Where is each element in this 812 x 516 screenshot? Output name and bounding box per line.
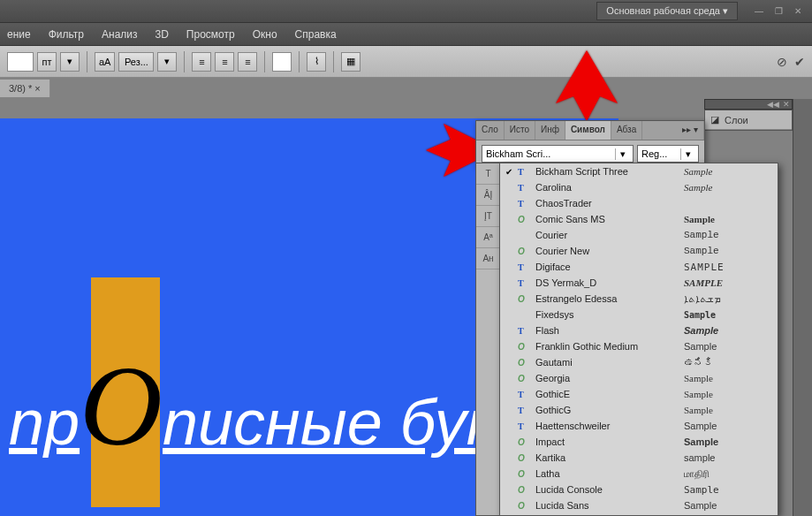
- font-type-icon: O: [518, 437, 532, 447]
- panel-tab[interactable]: Символ: [565, 121, 611, 140]
- layers-icon: ◪: [710, 114, 719, 125]
- font-list-item[interactable]: TCarolinaSample: [500, 179, 778, 195]
- font-list-item[interactable]: OFranklin Gothic MediumSample: [500, 338, 778, 354]
- panel-close-icon[interactable]: ✕: [783, 100, 790, 109]
- font-type-icon: O: [518, 294, 532, 304]
- font-sample: Sample: [684, 246, 772, 256]
- maximize-button[interactable]: ❐: [771, 4, 785, 19]
- panels-toggle-icon[interactable]: ▦: [341, 52, 360, 72]
- character-panel: СлоИстоИнфСимволАбза▸▸ ▾ Bickham Scri...…: [475, 120, 705, 168]
- font-name: Fixedsys: [535, 309, 684, 320]
- minimize-button[interactable]: —: [752, 4, 766, 19]
- chevron-down-icon[interactable]: ▾: [615, 148, 629, 160]
- collapse-left-icon[interactable]: ◀◀: [767, 100, 779, 109]
- commit-icon[interactable]: ✔: [794, 55, 805, 69]
- menu-item[interactable]: 3D: [156, 28, 169, 41]
- font-type-icon: T: [518, 262, 532, 272]
- font-list-dropdown[interactable]: ✔TBickham Script ThreeSampleTCarolinaSam…: [499, 163, 778, 516]
- font-name: DS Yermak_D: [535, 277, 684, 288]
- font-type-icon: O: [518, 453, 532, 463]
- font-list-item[interactable]: OComic Sans MSSample: [500, 211, 778, 227]
- font-list-item[interactable]: TDigifaceSAMPLE: [500, 259, 778, 275]
- panel-tabs: СлоИстоИнфСимволАбза▸▸ ▾: [476, 121, 704, 140]
- panel-tab[interactable]: Инф: [535, 121, 565, 140]
- char-panel-field[interactable]: Aª: [476, 227, 500, 248]
- font-type-icon: T: [518, 421, 532, 431]
- menu-item[interactable]: Окно: [253, 28, 277, 41]
- font-list-item[interactable]: TDS Yermak_DSAMPLE: [500, 275, 778, 291]
- menu-item[interactable]: Просмотр: [186, 28, 235, 41]
- font-type-icon: O: [518, 342, 532, 352]
- font-name: Flash: [535, 325, 684, 336]
- font-list-item[interactable]: TFlashSample: [500, 322, 778, 338]
- workspace-dropdown[interactable]: Основная рабочая среда: [596, 2, 738, 20]
- font-list-item[interactable]: THaettenschweilerSample: [500, 418, 778, 434]
- font-style-combo[interactable]: Reg...▾: [637, 145, 699, 163]
- font-size-unit[interactable]: пт: [37, 52, 57, 72]
- panel-tab[interactable]: Абза: [611, 121, 642, 140]
- font-list-item[interactable]: OKartikasample: [500, 450, 778, 466]
- char-panel-field[interactable]: Ан: [476, 248, 500, 269]
- font-sample: Sample: [684, 341, 772, 352]
- font-list-item[interactable]: OEstrangelo Edessaܡܫܬܐܬܐ: [500, 291, 778, 307]
- font-list-item[interactable]: OLucida SansSample: [500, 497, 778, 513]
- antialias-dropdown[interactable]: Рез...: [118, 52, 154, 72]
- check-icon: ✔: [505, 167, 518, 177]
- script-text[interactable]: прОписные букв: [9, 339, 529, 472]
- font-sample: Sample: [684, 436, 772, 447]
- font-type-icon: O: [518, 215, 532, 224]
- document-tab[interactable]: 3/8) * ×: [0, 80, 50, 97]
- font-list-item[interactable]: OLucida ConsoleSample: [500, 482, 778, 497]
- dropdown-arrow-icon[interactable]: ▾: [60, 52, 80, 72]
- font-list-item[interactable]: OCourier NewSample: [500, 243, 778, 259]
- char-panel-field[interactable]: T: [476, 163, 500, 185]
- font-list-item[interactable]: ✔TBickham Script ThreeSample: [500, 163, 778, 179]
- align-left-icon[interactable]: ≡: [192, 52, 211, 72]
- font-list-item[interactable]: OLathaமாதிரி: [500, 466, 778, 482]
- text-color-swatch[interactable]: [272, 52, 292, 72]
- panel-tab[interactable]: Исто: [505, 121, 535, 140]
- font-type-icon: O: [518, 358, 532, 368]
- font-sample: Sample: [684, 325, 772, 336]
- layers-panel[interactable]: ◪ Слои: [704, 110, 793, 131]
- font-size-field[interactable]: [7, 52, 34, 72]
- menu-item[interactable]: Анализ: [102, 28, 138, 41]
- menu-item[interactable]: Фильтр: [49, 28, 84, 41]
- menu-item[interactable]: Справка: [295, 28, 337, 41]
- align-right-icon[interactable]: ≡: [238, 52, 257, 72]
- font-name: GothicG: [535, 405, 684, 415]
- right-dock-strip[interactable]: [793, 99, 812, 516]
- font-list-item[interactable]: CourierSample: [500, 227, 778, 243]
- font-list-item[interactable]: FixedsysSample: [500, 307, 778, 322]
- cancel-icon[interactable]: ⊘: [777, 55, 787, 69]
- font-sample: Sample: [684, 373, 772, 383]
- menu-item[interactable]: ение: [7, 28, 31, 41]
- document-tab-bar: 3/8) * ×: [0, 78, 812, 99]
- panel-collapse-bar: ◀◀ ✕: [704, 99, 793, 110]
- close-button[interactable]: ✕: [791, 4, 805, 19]
- panel-menu-icon[interactable]: ▸▸ ▾: [677, 121, 704, 140]
- chevron-down-icon[interactable]: ▾: [680, 148, 694, 160]
- font-sample: Sample: [684, 500, 772, 511]
- warp-text-icon[interactable]: ⌇: [307, 52, 326, 72]
- font-list-item[interactable]: OGautamiఉనికి: [500, 354, 778, 370]
- font-name: Georgia: [535, 373, 684, 383]
- font-name: Haettenschweiler: [535, 421, 684, 431]
- align-center-icon[interactable]: ≡: [215, 52, 234, 72]
- font-list-item[interactable]: TGothicESample: [500, 386, 778, 402]
- panel-tab[interactable]: Сло: [476, 121, 505, 140]
- red-arrow-icon: [556, 50, 618, 125]
- font-type-icon: T: [518, 390, 532, 399]
- font-type-icon: T: [518, 183, 532, 193]
- font-family-combo[interactable]: Bickham Scri...▾: [482, 145, 634, 163]
- char-panel-field[interactable]: ÂĮ: [476, 185, 500, 206]
- font-sample: Sample: [684, 484, 772, 496]
- font-name: Courier: [535, 230, 684, 240]
- dropdown-arrow-icon[interactable]: ▾: [157, 52, 177, 72]
- char-panel-field[interactable]: ĮT: [476, 206, 500, 227]
- font-list-item[interactable]: OGeorgiaSample: [500, 370, 778, 386]
- font-sample: Sample: [684, 421, 772, 431]
- font-list-item[interactable]: TGothicGSample: [500, 402, 778, 418]
- font-list-item[interactable]: OImpactSample: [500, 434, 778, 450]
- font-list-item[interactable]: TChaosTrader: [500, 195, 778, 211]
